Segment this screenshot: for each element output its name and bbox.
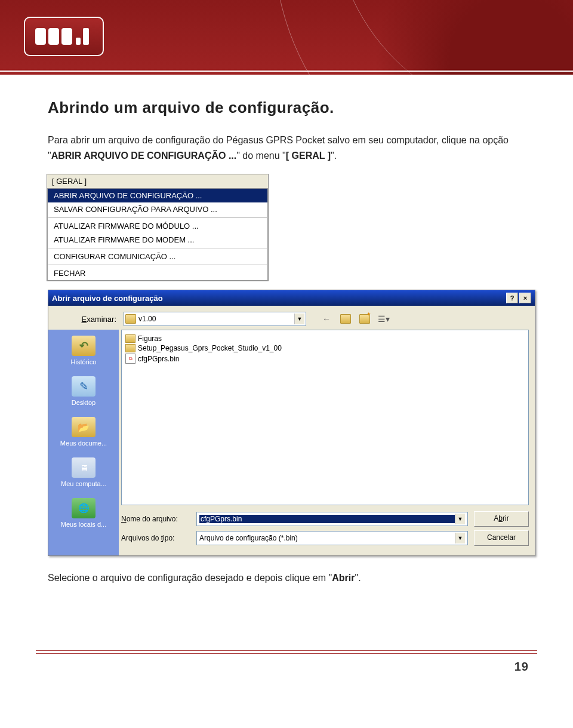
menu-item-salvar[interactable]: SALVAR CONFIGURAÇÃO PARA ARQUIVO ...: [48, 202, 267, 216]
page-number: 19: [0, 654, 573, 686]
menu-separator: [48, 265, 267, 265]
folder-icon: [125, 344, 135, 352]
place-network[interactable]: Meus locais d...: [48, 492, 119, 533]
menu-screenshot: [ GERAL ] ABRIR ARQUIVO DE CONFIGURAÇÃO …: [47, 174, 269, 281]
desktop-icon: [72, 376, 96, 397]
file-item-bin[interactable]: cfgPGprs.bin: [125, 353, 525, 364]
dropdown-arrow-icon[interactable]: ▼: [455, 533, 465, 543]
menu-option-name: ABRIR ARQUIVO DE CONFIGURAÇÃO ...: [51, 150, 237, 161]
help-button[interactable]: ?: [506, 293, 518, 303]
examinar-label: Examinar:: [54, 315, 119, 324]
section-heading: Abrindo um arquivo de configuração.: [48, 99, 531, 117]
menu-item-comunicacao[interactable]: CONFIGURAR COMUNICAÇÃO ...: [48, 250, 267, 263]
computer-icon: [72, 457, 96, 478]
dropdown-arrow-icon[interactable]: ▼: [294, 314, 304, 324]
intro-text-end: ".: [331, 150, 337, 161]
place-label: Meus locais d...: [61, 521, 106, 528]
places-bar: Histórico Desktop Meus docume... Meu com…: [48, 330, 119, 555]
up-folder-icon[interactable]: [338, 312, 353, 325]
file-list[interactable]: Figuras Setup_Pegasus_Gprs_Pocket_Studio…: [121, 330, 529, 505]
filename-value: cfgPGprs.bin: [199, 515, 455, 523]
filename-input[interactable]: cfgPGprs.bin ▼: [196, 512, 468, 526]
file-item-folder[interactable]: Figuras: [125, 334, 525, 343]
brand-logo: [24, 17, 104, 56]
menu-name: [ GERAL ]: [286, 150, 331, 161]
open-button[interactable]: Abrir: [474, 511, 529, 527]
file-item-folder[interactable]: Setup_Pegasus_Gprs_Pocket_Studio_v1_00: [125, 343, 525, 353]
filename-label: Nome do arquivo:: [121, 515, 190, 523]
menu-bar-item[interactable]: [ GERAL ]: [47, 174, 268, 188]
svg-rect-4: [83, 28, 89, 45]
open-file-dialog: Abrir arquivo de configuração ? × Examin…: [48, 290, 535, 556]
intro-text-mid: " do menu ": [236, 150, 286, 161]
filetype-dropdown[interactable]: Arquivo de configuração (*.bin) ▼: [196, 531, 468, 545]
filetype-label: Arquivos do tipo:: [121, 534, 190, 542]
svg-rect-2: [61, 28, 72, 45]
page-content: Abrindo um arquivo de configuração. Para…: [0, 75, 573, 626]
documents-icon: [72, 417, 96, 437]
filetype-row: Arquivos do tipo: Arquivo de configuraçã…: [121, 530, 529, 546]
folder-icon: [125, 314, 136, 324]
dialog-title: Abrir arquivo de configuração: [52, 294, 163, 303]
folder-icon: [125, 334, 135, 343]
svg-rect-1: [48, 28, 59, 45]
intro-paragraph: Para abrir um arquivo de configuração do…: [48, 133, 531, 163]
dialog-toolbar: Examinar: v1.00 ▼ ← ✦ ☰▾: [48, 306, 535, 330]
dropdown-arrow-icon[interactable]: ▼: [455, 514, 465, 524]
place-desktop[interactable]: Desktop: [48, 370, 119, 411]
closing-paragraph: Selecione o arquivo de configuração dese…: [48, 570, 531, 586]
place-label: Meu computa...: [61, 480, 106, 487]
cancel-button[interactable]: Cancelar: [474, 530, 529, 546]
new-folder-icon[interactable]: ✦: [358, 312, 372, 325]
menu-item-fechar[interactable]: FECHAR: [48, 266, 267, 280]
header-underline: [0, 70, 573, 72]
menu-separator: [48, 248, 267, 248]
menu-item-firmware-modulo[interactable]: ATUALIZAR FIRMWARE DO MÓDULO ...: [48, 219, 267, 233]
svg-rect-0: [35, 28, 46, 45]
filetype-value: Arquivo de configuração (*.bin): [199, 534, 455, 542]
place-label: Desktop: [72, 399, 96, 406]
file-name: Figuras: [138, 334, 162, 343]
closing-suffix: ".: [355, 573, 361, 583]
menu-separator: [48, 217, 267, 218]
place-computer[interactable]: Meu computa...: [48, 451, 119, 492]
place-documents[interactable]: Meus docume...: [48, 411, 119, 451]
close-button[interactable]: ×: [519, 293, 531, 303]
examinar-value: v1.00: [138, 315, 294, 323]
svg-rect-3: [76, 38, 81, 45]
decorative-arc: [364, 0, 573, 75]
place-label: Meus docume...: [60, 440, 107, 447]
page-header: [0, 0, 573, 75]
dialog-titlebar[interactable]: Abrir arquivo de configuração ? ×: [48, 290, 535, 306]
menu-item-abrir-arquivo[interactable]: ABRIR ARQUIVO DE CONFIGURAÇÃO ...: [48, 189, 267, 202]
examinar-dropdown[interactable]: v1.00 ▼: [124, 312, 306, 326]
network-icon: [72, 498, 96, 518]
view-menu-icon[interactable]: ☰▾: [377, 312, 391, 325]
place-label: Histórico: [71, 358, 97, 365]
menu-dropdown: ABRIR ARQUIVO DE CONFIGURAÇÃO ... SALVAR…: [47, 188, 268, 281]
nav-buttons: ← ✦ ☰▾: [319, 312, 391, 325]
menu-item-firmware-modem[interactable]: ATUALIZAR FIRMWARE DO MODEM ...: [48, 233, 267, 247]
file-name: Setup_Pegasus_Gprs_Pocket_Studio_v1_00: [138, 344, 282, 352]
file-name: cfgPGprs.bin: [138, 355, 179, 363]
bin-file-icon: [125, 354, 135, 364]
closing-bold: Abrir: [332, 573, 355, 583]
closing-text: Selecione o arquivo de configuração dese…: [48, 573, 332, 583]
history-icon: [72, 336, 96, 356]
place-history[interactable]: Histórico: [48, 330, 119, 370]
back-icon[interactable]: ←: [319, 312, 334, 325]
filename-row: Nome do arquivo: cfgPGprs.bin ▼ Abrir: [121, 511, 529, 527]
